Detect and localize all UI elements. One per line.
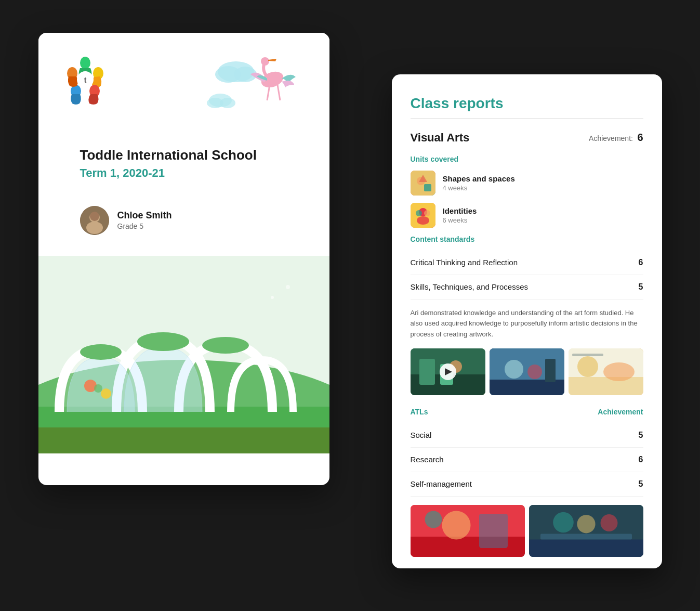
toddle-logo: t: [59, 54, 111, 106]
subject-header: Visual Arts Achievement: 6: [411, 131, 643, 145]
card-top: t: [38, 33, 329, 256]
photos-grid: [411, 348, 643, 395]
building-image: [38, 256, 329, 453]
title-divider: [411, 118, 643, 119]
term-label: Term 1, 2020-21: [80, 166, 288, 180]
play-button[interactable]: [440, 363, 456, 380]
svg-point-19: [86, 222, 103, 234]
unit-info-shapes: Shapes and spaces 4 weeks: [443, 174, 515, 192]
unit-info-identities: Identities 6 weeks: [443, 206, 477, 224]
svg-point-29: [101, 388, 111, 399]
svg-text:t: t: [84, 76, 86, 84]
svg-rect-44: [419, 359, 435, 385]
subject-name: Visual Arts: [411, 131, 470, 145]
bottom-photo-2: [529, 505, 643, 557]
standard-row-skills: Skills, Techniques, and Processes 5: [411, 275, 643, 300]
student-grade: Grade 5: [117, 222, 172, 230]
student-section: Chloe Smith Grade 5: [59, 196, 309, 245]
standard-name-skills: Skills, Techniques, and Processes: [411, 282, 529, 291]
unit-thumb-identities: [411, 203, 435, 228]
unit-item-shapes: Shapes and spaces 4 weeks: [411, 171, 643, 196]
atl-row-social: Social 5: [411, 423, 643, 448]
svg-point-40: [416, 210, 422, 216]
svg-point-65: [577, 515, 595, 533]
svg-rect-56: [572, 354, 603, 356]
avatar: [80, 206, 109, 235]
svg-point-41: [424, 210, 430, 216]
svg-point-50: [527, 365, 542, 379]
svg-point-14: [261, 57, 269, 66]
atl-name-selfmanagement: Self-management: [411, 479, 472, 488]
left-card: t: [38, 33, 329, 485]
achievement-value: 6: [637, 132, 643, 143]
unit-name-shapes: Shapes and spaces: [443, 174, 515, 183]
svg-point-25: [137, 332, 189, 351]
atl-score-research: 6: [639, 455, 643, 464]
right-card-content: Class reports Visual Arts Achievement: 6…: [392, 74, 662, 568]
achievement-col-title: Achievement: [598, 408, 643, 416]
main-container: t: [38, 33, 662, 579]
svg-point-30: [94, 384, 102, 393]
unit-item-identities: Identities 6 weeks: [411, 203, 643, 228]
photo-thumb-2: [490, 348, 564, 395]
svg-point-39: [417, 216, 429, 225]
play-icon: [445, 368, 452, 375]
class-reports-title: Class reports: [411, 95, 643, 112]
atls-header: ATLs Achievement: [411, 408, 643, 416]
student-name: Chloe Smith: [117, 210, 172, 221]
svg-rect-63: [529, 539, 643, 557]
atl-row-selfmanagement: Self-management 5: [411, 472, 643, 497]
svg-point-59: [442, 511, 470, 539]
bottom-photos-grid: [411, 505, 643, 557]
standard-score-critical: 6: [639, 258, 643, 267]
school-name: Toddle International School: [80, 147, 288, 163]
atls-title: ATLs: [411, 408, 428, 416]
svg-point-61: [425, 511, 442, 528]
atl-name-social: Social: [411, 431, 432, 439]
student-info: Chloe Smith Grade 5: [117, 210, 172, 230]
svg-point-49: [505, 360, 523, 379]
unit-weeks-identities: 6 weeks: [443, 216, 477, 224]
photo-thumb-1: [411, 348, 485, 395]
photo-thumb-3: [569, 348, 643, 395]
unit-thumb-shapes: [411, 171, 435, 196]
svg-point-32: [286, 285, 290, 289]
standard-score-skills: 5: [639, 282, 643, 292]
right-card: Class reports Visual Arts Achievement: 6…: [392, 74, 662, 568]
svg-point-64: [553, 512, 574, 533]
achievement-label: Achievement:: [589, 134, 633, 142]
unit-weeks-shapes: 4 weeks: [443, 184, 515, 192]
avatar-image: [80, 206, 109, 235]
svg-point-54: [577, 356, 598, 377]
atl-row-research: Research 6: [411, 448, 643, 472]
bottom-photo-1: [411, 505, 525, 557]
school-info: Toddle International School Term 1, 2020…: [59, 137, 309, 190]
svg-point-24: [80, 344, 122, 360]
svg-point-66: [600, 514, 617, 531]
decoration-illustration: [205, 54, 309, 137]
svg-rect-53: [569, 377, 643, 395]
svg-rect-27: [38, 427, 329, 453]
svg-point-55: [603, 362, 635, 381]
svg-point-31: [271, 296, 274, 299]
atl-name-research: Research: [411, 455, 444, 464]
svg-line-16: [278, 85, 280, 100]
student-comment: Ari demonstrated knowledge and understan…: [411, 308, 643, 340]
achievement-display: Achievement: 6: [589, 132, 643, 144]
content-standards-title: Content standards: [411, 235, 643, 243]
svg-point-20: [90, 212, 99, 221]
svg-point-26: [202, 337, 249, 354]
svg-point-0: [80, 57, 90, 69]
unit-name-identities: Identities: [443, 206, 477, 215]
atl-score-selfmanagement: 5: [639, 479, 643, 489]
svg-rect-35: [424, 184, 431, 191]
atl-score-social: 5: [639, 431, 643, 440]
svg-rect-60: [479, 514, 508, 548]
logo-area: t: [59, 54, 309, 137]
standard-name-critical: Critical Thinking and Reflection: [411, 258, 518, 267]
standard-row-critical: Critical Thinking and Reflection 6: [411, 251, 643, 275]
svg-rect-67: [540, 534, 632, 539]
svg-rect-51: [545, 359, 556, 382]
units-covered-title: Units covered: [411, 155, 643, 163]
svg-point-12: [220, 98, 235, 108]
